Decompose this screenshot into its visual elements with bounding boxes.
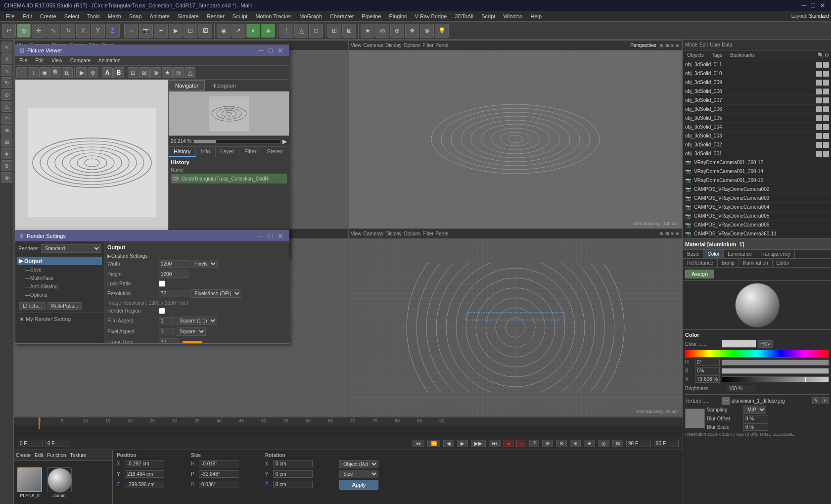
anim-btn3[interactable]: ⊗	[556, 440, 567, 447]
anim-btn6[interactable]: ◎	[598, 440, 609, 447]
rs-multipass-item[interactable]: —Multi-Pass	[17, 274, 102, 282]
zoom-slider[interactable]	[193, 139, 280, 143]
tool-move[interactable]: ✛	[32, 24, 46, 38]
mat-tab-illumination[interactable]: Illumination	[739, 259, 773, 267]
rs-minimize[interactable]: ─	[257, 232, 265, 240]
mat-aluminium[interactable]: alumini	[46, 467, 73, 498]
play-back-btn[interactable]: ◀	[443, 440, 454, 447]
current-frame-input[interactable]	[18, 440, 43, 447]
obj-row-002[interactable]: obj_3dSolid_002	[683, 140, 831, 149]
pv-tb3[interactable]: ◉	[39, 67, 50, 78]
pv-compare[interactable]: Compare	[66, 57, 94, 64]
pv-animation[interactable]: Animation	[94, 57, 124, 64]
pv-tb10[interactable]: ⊗	[150, 67, 161, 78]
blur-scale-input[interactable]	[743, 423, 768, 431]
brightness-input[interactable]	[727, 385, 756, 392]
rs-antialiasing-item[interactable]: —Anti-Aliasing	[17, 282, 102, 291]
menu-character[interactable]: Character	[326, 12, 358, 20]
dpi-select[interactable]: Pixels/Inch (DPI)	[190, 289, 241, 298]
color-spectrum[interactable]	[685, 350, 829, 358]
record-btn[interactable]: ●	[504, 440, 513, 447]
mat-tab-bump[interactable]: Bump	[718, 259, 739, 267]
end-frame-input2[interactable]	[654, 440, 679, 447]
rs-effects-btn[interactable]: Effects...	[19, 302, 46, 310]
vp2-options[interactable]: Options	[404, 43, 420, 48]
vp4-panel[interactable]: Panel	[436, 231, 449, 236]
lt-t2[interactable]: △	[1, 101, 12, 112]
film-aspect-input[interactable]	[159, 317, 174, 324]
mat-tab-transparency[interactable]: Transparency	[756, 250, 795, 258]
zoom-expand-btn[interactable]: ▶	[282, 138, 287, 145]
pv-edit[interactable]: Edit	[31, 57, 47, 64]
h-input[interactable]	[695, 359, 720, 366]
menu-motion-tracker[interactable]: Motion Tracker	[251, 12, 295, 20]
tool-points[interactable]: ⋮	[279, 24, 293, 38]
tab-edit[interactable]: Edit	[35, 453, 43, 458]
end-frame-input[interactable]	[626, 440, 651, 447]
size-type-select[interactable]: Size	[339, 470, 378, 478]
v-input[interactable]	[695, 375, 720, 383]
pic-viewer-minimize[interactable]: ─	[257, 46, 265, 54]
lt-t7[interactable]: S	[1, 160, 12, 171]
mat-plane-thumb[interactable]	[17, 467, 42, 492]
tool-anim1[interactable]: ▶	[169, 24, 183, 38]
obj-row-campos5[interactable]: 📷 CAMPOS_VRayDomeCamera005	[683, 212, 831, 221]
render-settings-window[interactable]: ⚙ Render Settings ─ □ ✕ Renderer Standar…	[15, 230, 289, 344]
anim-btn4[interactable]: ⊞	[570, 440, 581, 447]
rs-restore[interactable]: □	[267, 232, 274, 240]
play-end-btn[interactable]: ⏭	[489, 440, 501, 447]
obj-tab-bookmarks[interactable]: Bookmarks	[726, 51, 759, 59]
obj-row-010[interactable]: obj_3dSolid_010	[683, 69, 831, 78]
tool-bend[interactable]: ↗	[231, 24, 245, 38]
tab-texture[interactable]: Texture	[70, 453, 87, 458]
tool-extra2[interactable]: ◎	[375, 24, 389, 38]
vp2-cameras[interactable]: Cameras	[364, 43, 384, 48]
tool-extra3[interactable]: ⊕	[390, 24, 404, 38]
pixels-select[interactable]: Pixels	[190, 260, 218, 268]
pv-tb5[interactable]: ⊞	[62, 67, 73, 78]
menu-mesh[interactable]: Mesh	[104, 12, 125, 20]
pixel-aspect-select[interactable]: Square	[176, 327, 206, 336]
pv-tb8[interactable]: ⊡	[128, 67, 138, 78]
mat-tab-basic[interactable]: Basic	[683, 250, 703, 258]
tool-anim2[interactable]: ⊡	[184, 24, 197, 38]
menu-select[interactable]: Select	[60, 12, 84, 20]
play-btn[interactable]: ▶	[457, 440, 468, 447]
tool-null[interactable]: ○	[124, 24, 138, 38]
color-swatch-display[interactable]	[722, 340, 756, 348]
color-mode-hsv[interactable]: HSV	[758, 340, 773, 348]
obj-row-campos6[interactable]: 📷 CAMPOS_VRayDomeCamera006	[683, 221, 831, 229]
rot-y-input[interactable]	[273, 470, 313, 478]
tool-y[interactable]: Y	[91, 24, 105, 38]
tool-extra6[interactable]: 💡	[435, 24, 449, 38]
play-prev-btn[interactable]: ⏪	[427, 440, 440, 447]
close-btn[interactable]: ✕	[818, 1, 827, 9]
tool-green2[interactable]: ◈	[261, 24, 275, 38]
obj-row-001[interactable]: obj_3dSolid_001	[683, 149, 831, 158]
anim-btn5[interactable]: ★	[584, 440, 595, 447]
pixel-aspect-input[interactable]	[159, 328, 174, 335]
menu-animate[interactable]: Animate	[146, 12, 174, 20]
menu-mograph[interactable]: MoGraph	[295, 12, 326, 20]
anim-settings-btn[interactable]: ?	[529, 440, 539, 447]
obj-row-006[interactable]: obj_3dSolid_006	[683, 105, 831, 114]
menu-window[interactable]: Window	[499, 12, 526, 20]
width-input[interactable]	[159, 260, 188, 268]
size-p-input[interactable]	[199, 470, 238, 478]
mat-tab-reflectance[interactable]: Reflectance	[683, 259, 718, 267]
menu-simulate[interactable]: Simulate	[174, 12, 203, 20]
obj-row-011[interactable]: obj_3dSolid_011	[683, 60, 831, 69]
pos-x-input[interactable]	[125, 460, 164, 467]
tool-scale[interactable]: ⤡	[46, 24, 60, 38]
mat-tab-color[interactable]: Color	[703, 250, 724, 258]
anim-btn2[interactable]: ⊕	[542, 440, 553, 447]
hist-tab-layer[interactable]: Layer	[216, 147, 240, 157]
pv-file[interactable]: File	[15, 57, 31, 64]
obj-row-vray14[interactable]: 📷 VRayDomeCamera001_360-14	[683, 167, 831, 176]
lt-scale[interactable]: ⤡	[1, 65, 12, 76]
pv-A-btn[interactable]: A	[102, 67, 113, 78]
obj-row-campos3[interactable]: 📷 CAMPOS_VRayDomeCamera003	[683, 194, 831, 203]
obj-row-004[interactable]: obj_3dSolid_004	[683, 123, 831, 132]
tool-sphere[interactable]: ◉	[217, 24, 231, 38]
vp2-panel[interactable]: Panel	[436, 43, 449, 48]
